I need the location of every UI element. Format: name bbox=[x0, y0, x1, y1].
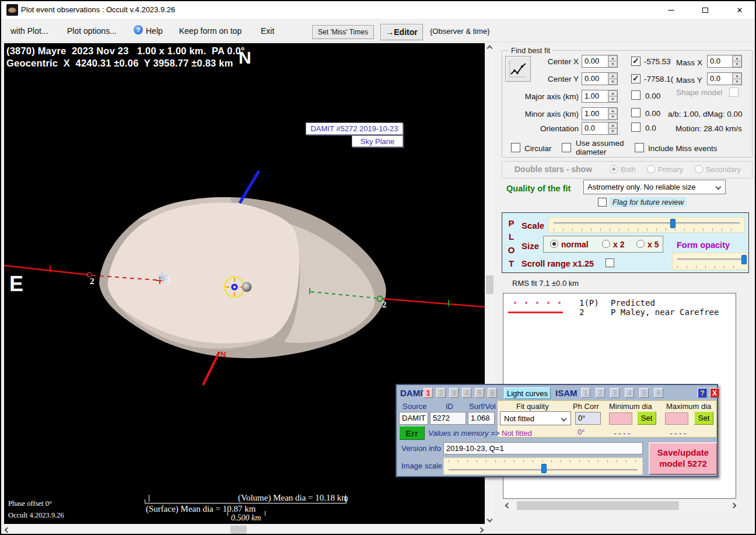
fit-quality-combobox[interactable]: Not fitted bbox=[500, 411, 571, 425]
spin-down-icon[interactable]: ▼ bbox=[733, 79, 741, 85]
damit-tab-1[interactable]: 1 bbox=[424, 388, 433, 398]
isam-tab-5[interactable]: 5 bbox=[639, 388, 649, 398]
horizontal-scroll-thumb[interactable] bbox=[517, 501, 679, 510]
scroll-right-button[interactable] bbox=[476, 525, 485, 534]
menu-exit[interactable]: Exit bbox=[261, 26, 274, 36]
scroll-left-button[interactable] bbox=[2, 525, 12, 534]
app-icon bbox=[6, 4, 18, 16]
spin-up-icon[interactable]: ▲ bbox=[608, 55, 617, 61]
spin-up-icon[interactable]: ▲ bbox=[608, 90, 617, 96]
size-x5-radio[interactable] bbox=[636, 240, 645, 248]
horizontal-scroll-thumb[interactable] bbox=[230, 526, 247, 534]
double-secondary-radio[interactable] bbox=[695, 165, 703, 173]
motion-label: Motion: 28.40 km/s bbox=[676, 124, 742, 133]
slider-thumb[interactable] bbox=[670, 219, 676, 228]
scroll-left-button[interactable] bbox=[503, 501, 513, 510]
legend-row-observer[interactable]: 2 P Maley, near Carefree bbox=[508, 307, 719, 317]
legend-name: P Maley, near Carefree bbox=[611, 307, 719, 317]
include-miss-events-checkbox[interactable] bbox=[635, 143, 644, 152]
use-assumed-diameter-checkbox[interactable] bbox=[562, 143, 571, 152]
menu-plot-options[interactable]: Plot options... bbox=[67, 26, 117, 36]
set-min-dia-button[interactable]: Set bbox=[637, 411, 656, 425]
surfvol-field[interactable]: 1.068 bbox=[468, 412, 495, 425]
damit-tab-3[interactable]: 3 bbox=[449, 388, 459, 398]
major-axis-spinner[interactable]: 1.00 ▲▼ bbox=[582, 90, 618, 103]
set-max-dia-button[interactable]: Set bbox=[694, 411, 713, 425]
damit-tab-6[interactable]: 6 bbox=[488, 388, 497, 398]
scroll-up-button[interactable] bbox=[485, 43, 494, 53]
spin-down-icon[interactable]: ▼ bbox=[608, 114, 617, 120]
center-y-spinner[interactable]: 0.00 ▲▼ bbox=[582, 72, 618, 85]
spin-up-icon[interactable]: ▲ bbox=[608, 108, 617, 114]
vertical-scroll-thumb[interactable] bbox=[486, 275, 494, 294]
spin-up-icon[interactable]: ▲ bbox=[608, 123, 617, 128]
spin-up-icon[interactable]: ▲ bbox=[733, 55, 741, 61]
double-primary-radio[interactable] bbox=[647, 165, 655, 173]
legend-row-predicted[interactable]: 1(P) Predicted bbox=[508, 298, 655, 307]
source-field[interactable]: DAMIT bbox=[399, 412, 428, 425]
size-x2-radio[interactable] bbox=[602, 240, 610, 248]
close-button[interactable]: ✕ bbox=[730, 2, 750, 18]
orientation-spinner[interactable]: 0.0 ▲▼ bbox=[582, 122, 618, 135]
damit-tab-4[interactable]: 4 bbox=[462, 388, 471, 398]
spin-down-icon[interactable]: ▼ bbox=[733, 61, 741, 67]
menu-help[interactable]: Help bbox=[146, 26, 163, 36]
scroll-range-checkbox[interactable] bbox=[606, 258, 614, 267]
maximize-button[interactable] bbox=[695, 2, 715, 18]
slider-thumb[interactable] bbox=[541, 464, 547, 473]
damit-tab-2[interactable]: 2 bbox=[436, 388, 446, 398]
size-normal-radio[interactable] bbox=[550, 240, 558, 248]
center-y-checkbox[interactable] bbox=[631, 74, 640, 83]
id-field[interactable]: 5272 bbox=[430, 412, 466, 425]
spin-down-icon[interactable]: ▼ bbox=[608, 61, 617, 67]
isam-tab-6[interactable]: 6 bbox=[654, 388, 663, 398]
center-x-spinner[interactable]: 0.00 ▲▼ bbox=[582, 55, 618, 68]
minor-axis-spinner[interactable]: 1.00 ▲▼ bbox=[582, 107, 618, 120]
major-axis-checkbox[interactable] bbox=[631, 90, 640, 100]
err-button[interactable]: Err bbox=[399, 426, 425, 440]
isam-tab-2[interactable]: 2 bbox=[596, 388, 605, 398]
image-scale-slider[interactable] bbox=[443, 457, 643, 475]
menu-keep-on-top[interactable]: Keep form on top bbox=[179, 26, 242, 36]
menu-with-plot[interactable]: with Plot... bbox=[10, 26, 48, 36]
help-button[interactable]: ? bbox=[698, 388, 707, 398]
shape-model-checkbox[interactable] bbox=[729, 88, 738, 97]
scale-slider[interactable] bbox=[548, 217, 745, 233]
mass-x-spinner[interactable]: 0.0 ▲▼ bbox=[707, 55, 742, 68]
mass-y-spinner[interactable]: 0.0 ▲▼ bbox=[707, 72, 742, 85]
slider-thumb[interactable] bbox=[741, 255, 747, 264]
max-dia-field[interactable] bbox=[665, 412, 688, 425]
close-panel-button[interactable]: X bbox=[710, 388, 719, 398]
north-pole-axis bbox=[240, 171, 259, 203]
orientation-checkbox[interactable] bbox=[631, 123, 640, 132]
quality-combobox[interactable]: Astrometry only. No reliable size bbox=[583, 180, 726, 194]
plot-horizontal-scrollbar[interactable] bbox=[2, 525, 485, 534]
double-both-radio[interactable] bbox=[610, 165, 618, 173]
version-info-field[interactable]: 2019-10-23, Q=1 bbox=[443, 442, 643, 454]
form-opacity-slider[interactable] bbox=[672, 253, 748, 270]
isam-tab-3[interactable]: 3 bbox=[610, 388, 620, 398]
center-x-checkbox[interactable] bbox=[631, 57, 640, 66]
scroll-right-button[interactable] bbox=[729, 501, 738, 510]
circular-checkbox[interactable] bbox=[511, 143, 520, 152]
spin-down-icon[interactable]: ▼ bbox=[608, 128, 617, 134]
minor-axis-checkbox[interactable] bbox=[631, 108, 640, 117]
light-curves-button[interactable]: Light curves bbox=[504, 387, 551, 399]
spin-up-icon[interactable]: ▲ bbox=[733, 73, 741, 79]
ph-corr-field[interactable]: 0° bbox=[575, 412, 601, 425]
minimize-button[interactable] bbox=[661, 2, 681, 18]
occult-version-label: Occult 4.2023.9.26 bbox=[8, 511, 64, 520]
spin-down-icon[interactable]: ▼ bbox=[608, 79, 617, 85]
legend-horizontal-scrollbar[interactable] bbox=[503, 501, 738, 510]
spin-down-icon[interactable]: ▼ bbox=[608, 96, 617, 102]
damit-tab-5[interactable]: 5 bbox=[475, 388, 484, 398]
isam-tab-1[interactable]: 1 bbox=[581, 388, 590, 398]
save-update-model-button[interactable]: Save/update model 5272 bbox=[649, 442, 718, 475]
flag-review-checkbox[interactable] bbox=[598, 198, 607, 207]
set-miss-times-button[interactable]: Set 'Miss' Times bbox=[312, 25, 374, 39]
scroll-down-button[interactable] bbox=[485, 515, 494, 524]
spin-up-icon[interactable]: ▲ bbox=[608, 73, 617, 79]
isam-tab-4[interactable]: 4 bbox=[625, 388, 634, 398]
editor-button[interactable]: →Editor bbox=[380, 24, 423, 40]
min-dia-field[interactable] bbox=[609, 412, 632, 425]
